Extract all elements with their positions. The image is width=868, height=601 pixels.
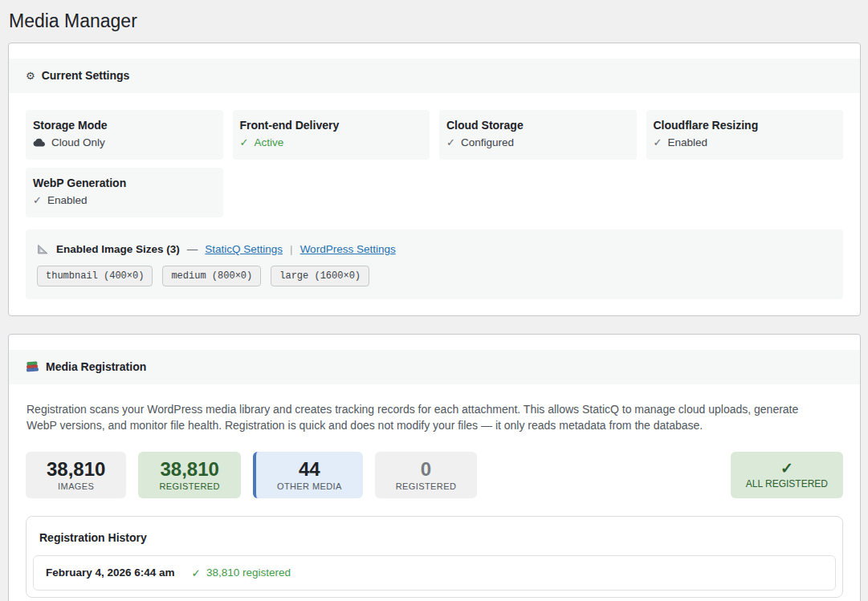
setting-card-value: ✓ Active [240,136,422,149]
stat-value: 44 [299,459,320,480]
check-icon: ✓ [446,136,455,149]
setting-card-value-text: Active [254,136,283,149]
gear-icon: ⚙ [26,68,35,83]
stat-label: REGISTERED [396,481,457,491]
setting-card-value-text: Cloud Only [51,136,105,149]
books-icon [26,360,39,373]
registration-history-title: Registration History [33,523,836,555]
media-registration-panel: Media Registration Registration scans yo… [8,334,861,601]
stat-value: 0 [421,459,431,480]
check-icon: ✓ [192,566,201,579]
media-registration-title: Media Registration [46,359,146,375]
stat-label: REGISTERED [159,481,220,491]
all-registered-badge: ✓ ALL REGISTERED [731,452,843,498]
triangle-ruler-icon [37,243,49,255]
separator-dash: — [187,243,198,255]
check-icon: ✓ [240,136,249,149]
setting-card-title: Storage Mode [33,119,215,132]
enabled-image-sizes-box: Enabled Image Sizes (3) — StaticQ Settin… [26,229,843,299]
current-settings-title: Current Settings [42,68,130,83]
registration-stats: 38,810 IMAGES 38,810 REGISTERED 44 OTHER… [26,452,843,498]
stat-label: IMAGES [58,481,94,491]
wordpress-settings-link[interactable]: WordPress Settings [300,243,396,255]
setting-card-value: ✓ Enabled [33,194,215,207]
setting-card-cloud-storage: Cloud Storage ✓ Configured [439,110,637,160]
page-title: Media Manager [8,0,861,43]
setting-card-value-text: Enabled [667,136,707,149]
link-divider: | [290,243,293,255]
setting-card-value-text: Enabled [47,194,88,207]
setting-card-value: Cloud Only [33,136,215,149]
current-settings-header: ⚙ Current Settings [9,59,860,93]
check-icon: ✓ [654,136,662,149]
setting-card-value: ✓ Configured [446,136,629,149]
setting-card-title: Cloudflare Resizing [654,119,836,132]
registration-description: Registration scans your WordPress media … [9,384,844,433]
page: Media Manager ⚙ Current Settings Storage… [0,0,868,601]
stat-other-media: 44 OTHER MEDIA [253,452,363,498]
setting-card-title: WebP Generation [33,177,215,189]
check-icon: ✓ [780,461,793,477]
settings-cards: Storage Mode Cloud Only Front-end Delive… [9,93,860,217]
stat-images: 38,810 IMAGES [26,452,126,498]
setting-card-value-text: Configured [461,136,514,149]
stat-value: 38,810 [47,459,105,480]
image-size-tag: thumbnail (400×0) [37,266,153,286]
setting-card-storage-mode: Storage Mode Cloud Only [26,110,223,160]
stat-registered-other: 0 REGISTERED [375,452,478,498]
enabled-image-sizes-head: Enabled Image Sizes (3) — StaticQ Settin… [37,243,832,255]
check-icon: ✓ [33,194,42,207]
setting-card-frontend-delivery: Front-end Delivery ✓ Active [233,110,430,160]
enabled-image-sizes-title: Enabled Image Sizes (3) [56,243,180,255]
setting-card-cloudflare-resizing: Cloudflare Resizing ✓ Enabled [646,110,844,160]
setting-card-value: ✓ Enabled [654,136,836,149]
stat-value: 38,810 [160,459,218,480]
all-registered-label: ALL REGISTERED [746,478,828,489]
stat-label: OTHER MEDIA [277,481,342,491]
history-entry-date: February 4, 2026 6:44 am [46,566,175,579]
image-size-tag: medium (800×0) [162,266,261,286]
image-size-tags: thumbnail (400×0) medium (800×0) large (… [37,266,832,286]
registration-history: Registration History February 4, 2026 6:… [26,516,843,598]
image-size-tag: large (1600×0) [271,266,369,286]
setting-card-title: Cloud Storage [446,119,629,132]
stat-registered-images: 38,810 REGISTERED [138,452,241,498]
current-settings-panel: ⚙ Current Settings Storage Mode Cloud On… [8,43,861,316]
setting-card-webp-generation: WebP Generation ✓ Enabled [26,168,223,217]
setting-card-title: Front-end Delivery [240,119,422,132]
media-registration-header: Media Registration [9,350,860,384]
history-entry-status-text: 38,810 registered [206,566,291,579]
staticq-settings-link[interactable]: StaticQ Settings [205,243,283,255]
history-entry: February 4, 2026 6:44 am ✓ 38,810 regist… [33,555,836,591]
cloud-icon [33,138,46,147]
history-entry-status: ✓ 38,810 registered [192,566,291,579]
